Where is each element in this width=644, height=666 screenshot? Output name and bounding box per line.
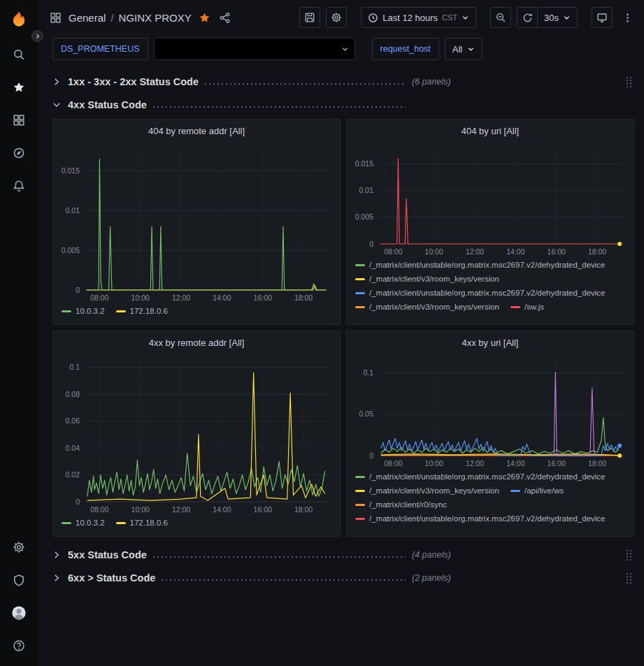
- legend-item[interactable]: /_matrix/client/unstable/org.matrix.msc2…: [355, 472, 606, 482]
- sidebar-item-profile[interactable]: [0, 596, 38, 629]
- sidebar: [0, 0, 38, 666]
- time-range-picker[interactable]: Last 12 hours CST: [361, 7, 476, 28]
- compass-icon: [13, 147, 25, 159]
- legend-item[interactable]: 10.0.3.2: [62, 518, 105, 528]
- toolbar-actions: Last 12 hours CST: [299, 7, 636, 28]
- refresh-button[interactable]: [517, 7, 538, 28]
- legend-item[interactable]: /_matrix/client/v3/room_keys/version: [355, 302, 499, 312]
- sidebar-item-configuration[interactable]: [0, 530, 38, 563]
- sidebar-item-server-admin[interactable]: [0, 563, 38, 596]
- series-line: [380, 159, 619, 244]
- x-axis-tick-label: 14:00: [506, 247, 524, 256]
- chevron-down-icon: [563, 14, 571, 22]
- panel-title[interactable]: 4xx by uri [All]: [347, 331, 634, 354]
- timeseries-chart[interactable]: 08:0010:0012:0014:0016:0018:0000.020.040…: [53, 354, 340, 516]
- breadcrumb-dashboard-title[interactable]: NGINX PROXY: [119, 12, 192, 24]
- legend-item[interactable]: /_matrix/client/v3/room_keys/version: [355, 274, 499, 284]
- panel-404-by-remote-addr: 404 by remote addr [All] 08:0010:0012:00…: [52, 119, 341, 325]
- timeseries-chart[interactable]: 08:0010:0012:0014:0016:0018:0000.050.1: [347, 354, 634, 470]
- panel-title[interactable]: 404 by uri [All]: [347, 120, 634, 142]
- variable-label-datasource[interactable]: DS_PROMETHEUS: [52, 38, 148, 60]
- dotted-leader: [153, 556, 406, 558]
- legend-item[interactable]: /sw.js: [510, 302, 544, 312]
- tv-mode-button[interactable]: [592, 7, 613, 28]
- sidebar-item-help[interactable]: [0, 629, 38, 662]
- panel-404-by-uri: 404 by uri [All] 08:0010:0012:0014:0016:…: [346, 119, 634, 325]
- x-axis-tick-label: 18:00: [294, 294, 313, 302]
- refresh-button-group: 30s: [517, 7, 578, 28]
- sidebar-expand-button[interactable]: [31, 30, 43, 42]
- row-1xx-3xx-2xx-status-code[interactable]: 1xx - 3xx - 2xx Status Code (6 panels): [52, 72, 634, 92]
- breadcrumb-section[interactable]: General: [69, 12, 106, 24]
- legend-item[interactable]: /_matrix/client/unstable/org.matrix.msc2…: [355, 260, 606, 270]
- x-axis-tick-label: 12:00: [172, 505, 190, 514]
- y-axis-tick-label: 0: [369, 240, 373, 248]
- x-axis-tick-label: 14:00: [213, 294, 231, 302]
- panel-count: (6 panels): [412, 77, 451, 87]
- legend-label: 10.0.3.2: [76, 306, 105, 316]
- row-title: 6xx > Status Code: [68, 572, 155, 584]
- avatar: [11, 605, 27, 621]
- series-line: [87, 285, 327, 290]
- more-options-button[interactable]: [620, 7, 636, 28]
- zoom-out-time-button[interactable]: [490, 7, 511, 28]
- x-axis-tick-label: 08:00: [90, 294, 108, 302]
- legend-item[interactable]: 172.18.0.6: [116, 306, 168, 316]
- monitor-icon: [596, 12, 608, 23]
- series-color-swatch: [116, 522, 126, 524]
- panel-grid: 404 by remote addr [All] 08:0010:0012:00…: [52, 119, 634, 537]
- panel-legend: /_matrix/client/unstable/org.matrix.msc2…: [347, 470, 634, 536]
- chevron-right-icon: [35, 34, 41, 39]
- sidebar-item-explore[interactable]: [0, 136, 38, 169]
- legend-item[interactable]: /api/live/ws: [510, 486, 564, 495]
- zoom-out-icon: [495, 12, 506, 23]
- series-line: [87, 372, 325, 500]
- series-color-swatch: [355, 476, 365, 478]
- clock-icon: [368, 13, 378, 23]
- legend-item[interactable]: /_matrix/client/unstable/org.matrix.msc2…: [355, 288, 606, 298]
- favorite-star-icon[interactable]: [199, 12, 210, 24]
- series-point: [617, 444, 622, 448]
- x-axis-tick-label: 12:00: [466, 459, 484, 468]
- panel-title[interactable]: 404 by remote addr [All]: [53, 120, 340, 142]
- grafana-logo[interactable]: [7, 7, 31, 31]
- row-title-group: 5xx Status Code: [68, 549, 412, 560]
- dashboard-settings-button[interactable]: [326, 7, 347, 28]
- row-drag-handle[interactable]: [625, 75, 634, 89]
- sidebar-item-dashboards[interactable]: [0, 103, 38, 136]
- row-title-group: 4xx Status Code: [68, 99, 412, 110]
- sidebar-item-alerting[interactable]: [0, 169, 38, 202]
- share-icon[interactable]: [219, 12, 231, 24]
- panel-4xx-by-remote-addr: 4xx by remote addr [All] 08:0010:0012:00…: [52, 331, 341, 537]
- panel-count: (4 panels): [412, 550, 451, 560]
- legend-item[interactable]: 172.18.0.6: [116, 518, 168, 528]
- sidebar-item-starred[interactable]: [0, 71, 38, 103]
- legend-item[interactable]: /_matrix/client/unstable/org.matrix.msc2…: [355, 514, 606, 523]
- row-title: 4xx Status Code: [68, 99, 147, 110]
- row-4xx-status-code[interactable]: 4xx Status Code: [52, 95, 634, 115]
- sidebar-item-search[interactable]: [0, 38, 38, 71]
- x-axis-tick-label: 18:00: [588, 247, 606, 256]
- y-axis-tick-label: 0.06: [66, 417, 80, 425]
- dotted-leader: [153, 106, 406, 108]
- legend-item[interactable]: /_matrix/client/v3/room_keys/version: [355, 486, 499, 495]
- x-axis-tick-label: 18:00: [294, 505, 313, 514]
- row-6xx-status-code[interactable]: 6xx > Status Code (2 panels): [52, 568, 634, 588]
- variable-label-request-host[interactable]: request_host: [372, 38, 439, 60]
- panel-legend: 10.0.3.2172.18.0.6: [53, 516, 340, 536]
- legend-item[interactable]: /_matrix/client/r0/sync: [355, 500, 447, 509]
- row-drag-handle[interactable]: [625, 572, 634, 585]
- variable-value-datasource[interactable]: [154, 38, 355, 60]
- timeseries-chart[interactable]: 08:0010:0012:0014:0016:0018:0000.0050.01…: [347, 142, 634, 258]
- timeseries-chart[interactable]: 08:0010:0012:0014:0016:0018:0000.0050.01…: [53, 142, 340, 304]
- row-drag-handle[interactable]: [625, 549, 634, 562]
- save-dashboard-button[interactable]: [299, 7, 320, 28]
- panel-title[interactable]: 4xx by remote addr [All]: [53, 331, 340, 354]
- legend-item[interactable]: 10.0.3.2: [62, 306, 105, 316]
- time-range-label: Last 12 hours: [382, 13, 438, 23]
- row-5xx-status-code[interactable]: 5xx Status Code (4 panels): [52, 545, 634, 565]
- series-color-swatch: [355, 264, 365, 266]
- variable-value-request-host[interactable]: All: [445, 38, 482, 60]
- x-axis-tick-label: 10:00: [131, 294, 150, 302]
- refresh-interval-picker[interactable]: 30s: [538, 7, 578, 28]
